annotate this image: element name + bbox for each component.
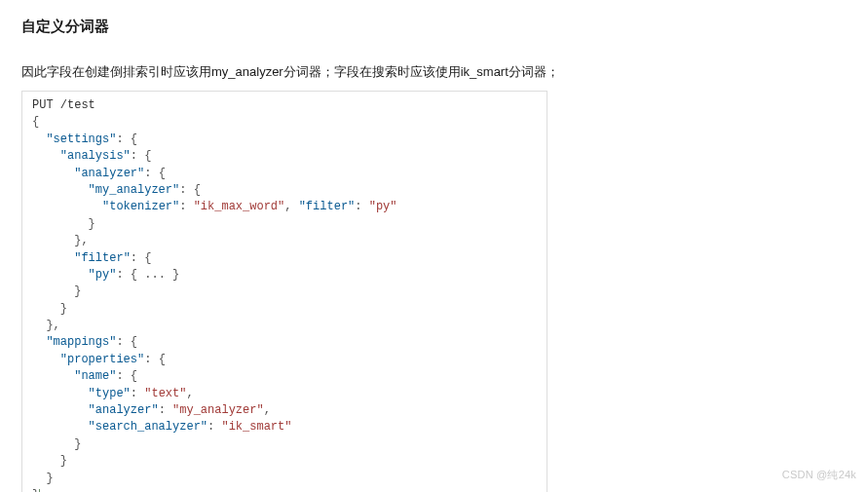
- code-key: "search_analyzer": [89, 420, 208, 434]
- code-value: "py": [369, 200, 397, 213]
- code-block: PUT /test { "settings": { "analysis": { …: [21, 91, 547, 492]
- code-key: "analyzer": [74, 167, 144, 180]
- code-key: "my_analyzer": [89, 183, 180, 197]
- code-line: PUT /test: [32, 98, 95, 112]
- code-value: "text": [144, 387, 186, 400]
- code-key: "filter": [74, 251, 131, 265]
- code-key: "properties": [60, 353, 144, 366]
- code-key: "analyzer": [89, 403, 159, 417]
- code-key: "analysis": [60, 149, 131, 163]
- code-key: "tokenizer": [102, 200, 179, 213]
- code-value: { ... }: [131, 268, 179, 282]
- code-value: "ik_max_word": [194, 200, 285, 213]
- code-key: "name": [74, 369, 116, 383]
- code-value: "ik_smart": [221, 420, 291, 434]
- code-key: "mappings": [46, 335, 116, 349]
- watermark-text: CSDN @纯24k: [782, 468, 856, 482]
- code-key: "py": [89, 268, 117, 282]
- code-value: "my_analyzer": [172, 403, 264, 417]
- code-key: "filter": [299, 200, 356, 213]
- section-heading: 自定义分词器: [21, 18, 847, 36]
- code-key: "type": [89, 387, 131, 400]
- description-text: 因此字段在创建倒排索引时应该用my_analyzer分词器；字段在搜索时应该使用…: [21, 63, 847, 81]
- code-key: "settings": [46, 132, 116, 146]
